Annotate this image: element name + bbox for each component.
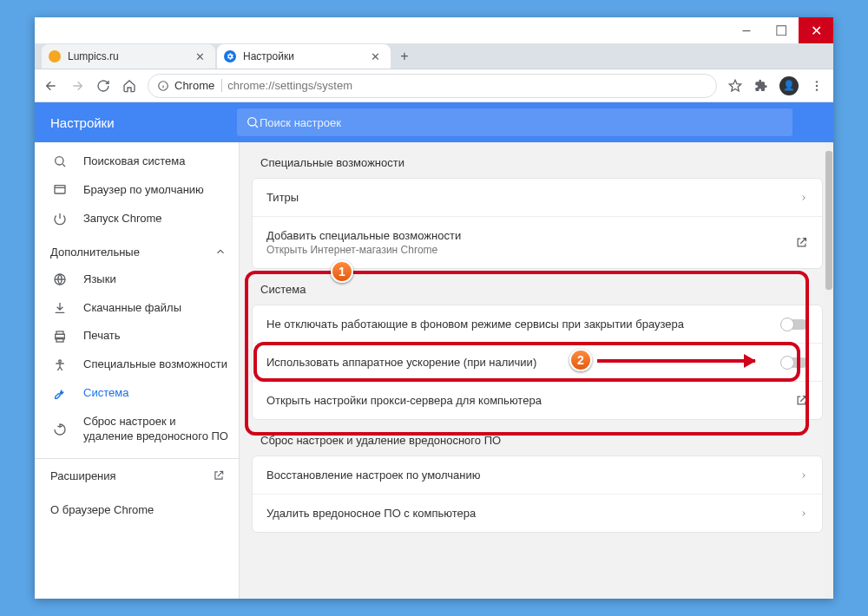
sidebar-item-search-engine[interactable]: Поисковая система [35,147,239,176]
row-proxy[interactable]: Открыть настройки прокси-сервера для ком… [253,381,822,419]
sidebar-advanced-toggle[interactable]: Дополнительные [35,233,239,265]
sidebar-item-label: Поисковая система [83,154,228,169]
url-origin: Chrome [174,79,222,92]
svg-point-5 [56,157,63,165]
sidebar-item-reset[interactable]: Сброс настроек и удаление вредоносного П… [35,408,239,451]
card-reset: Восстановление настроек по умолчанию Уда… [252,455,823,533]
open-external-icon [211,469,227,482]
toggle-switch[interactable] [782,357,808,368]
globe-icon [52,272,68,286]
row-sublabel: Открыть Интернет-магазин Chrome [266,244,795,256]
settings-body: Поисковая система Браузер по умолчанию З… [35,142,833,599]
row-label: Восстановление настроек по умолчанию [266,469,799,482]
open-external-icon [795,394,808,407]
sidebar-item-label: Языки [83,272,228,287]
search-icon [246,115,260,129]
tab-close-icon[interactable]: ✕ [192,50,208,63]
settings-search[interactable] [237,108,792,136]
favicon-icon [49,50,61,62]
chevron-right-icon [799,508,808,520]
settings-header: Настройки [35,102,833,142]
search-icon [52,154,68,168]
row-label: Титры [266,191,799,204]
sidebar-item-languages[interactable]: Языки [35,265,239,294]
home-button[interactable] [122,79,137,93]
row-label: Не отключать работающие в фоновом режиме… [266,318,782,331]
tab-lumpics[interactable]: Lumpics.ru ✕ [42,44,215,69]
sidebar-item-accessibility[interactable]: Специальные возможности [35,351,239,379]
sidebar-item-startup[interactable]: Запуск Chrome [35,205,239,233]
svg-point-3 [816,88,818,90]
browser-window: – ☐ ✕ Lumpics.ru ✕ Настройки ✕ + Chrome … [35,17,833,599]
chevron-right-icon [799,469,808,482]
address-bar: Chrome chrome://settings/system 👤 [35,69,833,102]
tab-title: Настройки [243,50,367,62]
row-restore-defaults[interactable]: Восстановление настроек по умолчанию [253,456,822,494]
url-path: chrome://settings/system [227,79,352,92]
sidebar-item-label: Печать [83,329,228,344]
url-field[interactable]: Chrome chrome://settings/system [148,74,717,98]
toggle-switch[interactable] [782,319,808,330]
sidebar-item-label: Сброс настроек и удаление вредоносного П… [83,415,228,444]
row-background-apps[interactable]: Не отключать работающие в фоновом режиме… [253,305,822,343]
annotation-arrow [597,359,755,363]
nav-forward-button[interactable] [69,79,85,93]
page-title: Настройки [50,115,237,130]
print-icon [52,330,68,344]
row-cleanup[interactable]: Удалить вредоносное ПО с компьютера [253,494,822,532]
row-label: Добавить специальные возможности Открыть… [266,229,795,256]
settings-sidebar: Поисковая система Браузер по умолчанию З… [35,142,239,599]
page-content: Настройки Поисковая система Браузер по у… [35,102,833,599]
sidebar-item-label: Расширения [50,469,116,482]
settings-search-input[interactable] [260,116,784,129]
sidebar-item-extensions[interactable]: Расширения [35,459,239,493]
svg-point-1 [816,81,818,82]
menu-button[interactable] [809,79,825,93]
chevron-right-icon [799,192,808,204]
download-icon [52,301,68,315]
chevron-up-icon [213,246,228,258]
scrollbar[interactable] [825,142,833,599]
extensions-button[interactable] [753,79,769,93]
svg-point-11 [59,360,62,363]
row-captions[interactable]: Титры [253,179,822,216]
svg-point-2 [816,84,818,86]
sidebar-item-label: О браузере Chrome [50,503,154,516]
sidebar-item-system[interactable]: Система [35,379,239,408]
favicon-icon [224,50,236,62]
profile-avatar[interactable]: 👤 [779,76,799,95]
reload-button[interactable] [95,79,111,93]
row-label: Удалить вредоносное ПО с компьютера [266,507,799,520]
annotation-callout-2: 2 [569,349,592,371]
window-min-button[interactable]: – [729,17,764,43]
svg-point-4 [248,118,256,126]
row-label: Открыть настройки прокси-сервера для ком… [266,394,795,407]
annotation-callout-1: 1 [331,260,353,283]
new-tab-button[interactable]: + [392,44,417,69]
section-title-a11y: Специальные возможности [252,142,823,178]
sidebar-item-label: Специальные возможности [83,357,228,372]
star-button[interactable] [727,79,743,93]
card-a11y: Титры Добавить специальные возможности О… [252,178,823,269]
power-icon [52,212,68,226]
sidebar-item-default-browser[interactable]: Браузер по умолчанию [35,176,239,205]
sidebar-item-print[interactable]: Печать [35,322,239,351]
sidebar-section-label: Дополнительные [50,246,140,259]
sidebar-item-about[interactable]: О браузере Chrome [35,493,239,527]
window-max-button[interactable]: ☐ [764,17,799,43]
section-title-reset: Сброс настроек и удаление вредоносного П… [252,420,823,455]
nav-back-button[interactable] [43,79,59,93]
sidebar-item-downloads[interactable]: Скачанные файлы [35,294,239,323]
tab-title: Lumpics.ru [68,50,192,62]
window-titlebar: – ☐ ✕ [35,17,833,43]
window-close-button[interactable]: ✕ [799,17,833,43]
sidebar-item-label: Браузер по умолчанию [83,183,228,198]
browser-icon [52,183,68,197]
tab-settings[interactable]: Настройки ✕ [217,44,391,69]
wrench-icon [52,387,68,401]
open-external-icon [795,236,808,249]
tab-close-icon[interactable]: ✕ [367,50,384,63]
sidebar-item-label: Система [83,386,228,401]
svg-rect-6 [55,186,65,193]
sidebar-item-label: Скачанные файлы [83,301,228,316]
